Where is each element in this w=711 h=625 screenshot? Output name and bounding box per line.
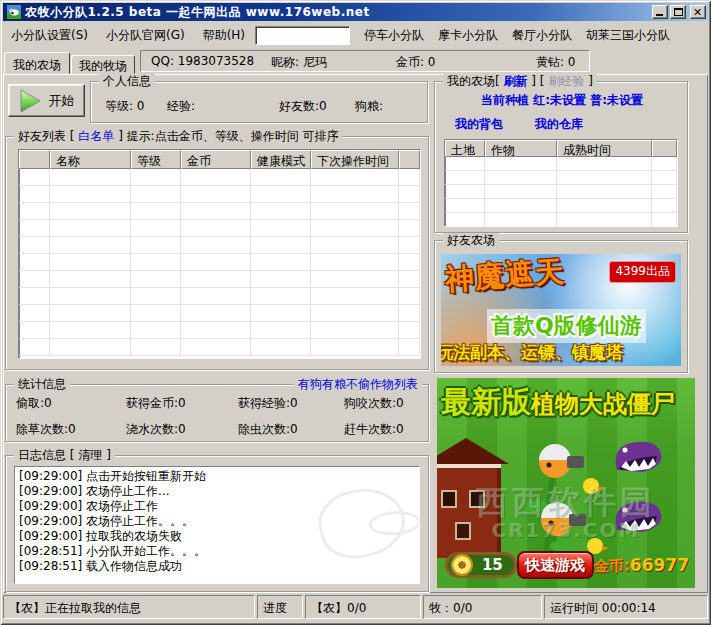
stat-value: 赶牛次数:0 xyxy=(344,421,422,438)
level-value: 等级: 0 xyxy=(105,98,145,115)
friend-list-title-text: 好友列表 [ xyxy=(18,129,78,143)
friend-farm-title: 好友农场 xyxy=(443,233,499,247)
land-table-body xyxy=(445,157,677,227)
column-header[interactable]: 名称 xyxy=(50,150,131,169)
log-group: 日志信息 [ 清理 ] [09:29:00] 点击开始按钮重新开始[09:29:… xyxy=(5,455,429,592)
refresh-link[interactable]: 刷新 xyxy=(504,74,528,88)
statistics-grid: 偷取:0获得金币:0获得经验:0狗咬次数:0除草次数:0浇水次数:0除虫次数:0… xyxy=(16,395,422,438)
quick-play-button[interactable]: 快速游戏 xyxy=(517,551,594,579)
menu-group-left: 小分队设置(S)小分队官网(G)帮助(H) xyxy=(11,27,245,44)
ad2-title-part2: 植物大战僵尸 xyxy=(531,390,675,418)
backpack-link[interactable]: 我的背包 xyxy=(455,117,503,131)
column-header[interactable]: 健康模式 xyxy=(251,150,311,169)
column-header[interactable]: 等级 xyxy=(131,150,181,169)
stat-value: 狗咬次数:0 xyxy=(344,395,422,412)
minimize-button[interactable] xyxy=(652,5,668,19)
table-row xyxy=(19,237,420,254)
ad2-coin-label: 金币: xyxy=(594,557,630,575)
close-icon: ✕ xyxy=(693,7,702,18)
column-header[interactable] xyxy=(652,140,677,157)
house-graphic xyxy=(437,464,501,558)
my-farm-title: 我的农场[ 刷新 ] [ 刷经验 ] xyxy=(443,74,597,88)
title-bar: 农牧小分队1.2.5 beta 一起牛网出品 www.176web.net ✕ xyxy=(3,3,708,21)
column-header[interactable]: 金币 xyxy=(181,150,251,169)
column-header[interactable]: 作物 xyxy=(485,140,557,157)
table-row xyxy=(445,213,677,227)
table-row xyxy=(19,271,420,288)
table-row xyxy=(445,157,677,171)
friend-list-title: 好友列表 [ 白名单 ] 提示:点击金币、等级、操作时间 可排序 xyxy=(14,129,342,143)
table-row xyxy=(19,305,420,322)
warehouse-link[interactable]: 我的仓库 xyxy=(535,117,583,131)
no-steal-list-link[interactable]: 有狗有粮不偷作物列表 xyxy=(294,377,422,391)
log-title-suffix: ] xyxy=(102,448,111,462)
log-title-text: 日志信息 [ xyxy=(18,448,78,462)
exp-refresh-link[interactable]: 刷经验 xyxy=(548,74,584,88)
table-row xyxy=(19,169,420,186)
ad-banner-bottom[interactable]: 最新版植物大战僵尸 xyxy=(437,378,695,588)
menu-item[interactable]: 小分队官网(G) xyxy=(106,27,185,44)
table-row xyxy=(19,339,420,356)
exp-value: 经验: xyxy=(167,98,195,115)
cow-icon xyxy=(7,5,21,19)
table-row xyxy=(19,288,420,305)
column-header[interactable] xyxy=(19,150,50,169)
my-farm-title-end: ] xyxy=(584,74,593,88)
column-header[interactable]: 土地 xyxy=(445,140,485,157)
friend-table-body xyxy=(19,169,420,356)
menu-link[interactable]: 摩卡小分队 xyxy=(438,27,498,44)
log-title: 日志信息 [ 清理 ] xyxy=(14,448,115,462)
my-farm-group: 我的农场[ 刷新 ] [ 刷经验 ] 当前种植 红:未设置 普:未设置 我的背包… xyxy=(434,81,688,233)
table-row xyxy=(19,254,420,271)
start-button[interactable]: 开始 xyxy=(8,84,85,117)
ad-slogan: 首款Q版修仙游 xyxy=(487,309,646,343)
ad2-title-part1: 最新版 xyxy=(441,384,531,419)
clear-log-link[interactable]: 清理 xyxy=(78,448,102,462)
log-entry: [09:28:51] 载入作物信息成功 xyxy=(19,559,415,574)
stat-value: 除虫次数:0 xyxy=(238,421,344,438)
column-header[interactable]: 成熟时间 xyxy=(557,140,652,157)
ad-game-title: 神魔遮天 xyxy=(444,254,566,300)
menu-link[interactable]: 胡莱三国小分队 xyxy=(586,27,670,44)
current-plant-status: 当前种植 红:未设置 普:未设置 xyxy=(481,92,643,109)
status-bar: 【农】正在拉取我的信息 进度 【农】0/0 牧：0/0 运行时间 00:00:1… xyxy=(0,592,711,625)
window-title: 农牧小分队1.2.5 beta 一起牛网出品 www.176web.net xyxy=(25,4,370,21)
status-runtime: 运行时间 00:00:14 xyxy=(544,595,708,619)
ad2-coin: 金币:66977 xyxy=(594,555,689,576)
status-progress-label: 进度 xyxy=(257,595,303,619)
maximize-button[interactable] xyxy=(670,5,686,19)
plants-graphic xyxy=(515,434,665,558)
table-row xyxy=(445,171,677,185)
diamond-count: 黄钻: 0 xyxy=(536,54,576,71)
log-listbox[interactable]: [09:29:00] 点击开始按钮重新开始[09:29:00] 农场停止工作..… xyxy=(14,466,420,584)
column-header[interactable]: 下次操作时间 xyxy=(311,150,399,169)
close-button[interactable]: ✕ xyxy=(690,5,706,19)
whitelist-link[interactable]: 白名单 xyxy=(78,129,114,143)
ad-banner-top[interactable]: 神魔遮天 4399出品 首款Q版修仙游 玩法副本、运镖、镇魔塔 xyxy=(441,254,681,366)
my-farm-title-mid: ] [ xyxy=(528,74,549,88)
sun-count-value: 15 xyxy=(471,556,514,574)
table-row xyxy=(19,186,420,203)
friend-table-header: 名称等级金币健康模式下次操作时间 xyxy=(19,150,420,169)
friend-table[interactable]: 名称等级金币健康模式下次操作时间 xyxy=(18,149,421,359)
menu-item[interactable]: 小分队设置(S) xyxy=(11,27,88,44)
menu-link[interactable]: 停车小分队 xyxy=(364,27,424,44)
friend-list-hint: ] 提示:点击金币、等级、操作时间 可排序 xyxy=(114,129,338,143)
friend-list-group: 好友列表 [ 白名单 ] 提示:点击金币、等级、操作时间 可排序 名称等级金币健… xyxy=(5,136,429,370)
menu-link[interactable]: 餐厅小分队 xyxy=(512,27,572,44)
tab-my-farm[interactable]: 我的农场 xyxy=(4,52,70,74)
tab-my-ranch[interactable]: 我的牧场 xyxy=(71,55,135,74)
main-panel: 开始 个人信息 等级: 0 经验: 好友数:0 狗粮: 好友列表 [ 白名单 ]… xyxy=(3,74,708,593)
status-farm-count: 【农】0/0 xyxy=(305,595,421,619)
menu-group-right: 停车小分队摩卡小分队餐厅小分队胡莱三国小分队 xyxy=(364,27,670,44)
dogfood-value: 狗粮: xyxy=(355,98,383,115)
menu-input[interactable] xyxy=(255,26,350,45)
start-button-label: 开始 xyxy=(49,92,75,110)
qq-number: QQ: 1983073528 xyxy=(151,54,254,68)
account-bar: QQ: 1983073528 昵称: 尼玛 金币: 0 黄钻: 0 xyxy=(140,50,590,72)
stat-value: 获得经验:0 xyxy=(238,395,344,412)
status-message: 【农】正在拉取我的信息 xyxy=(3,595,255,619)
menu-item[interactable]: 帮助(H) xyxy=(203,27,245,44)
land-table[interactable]: 土地作物成熟时间 xyxy=(444,139,678,227)
column-header[interactable] xyxy=(399,150,420,169)
